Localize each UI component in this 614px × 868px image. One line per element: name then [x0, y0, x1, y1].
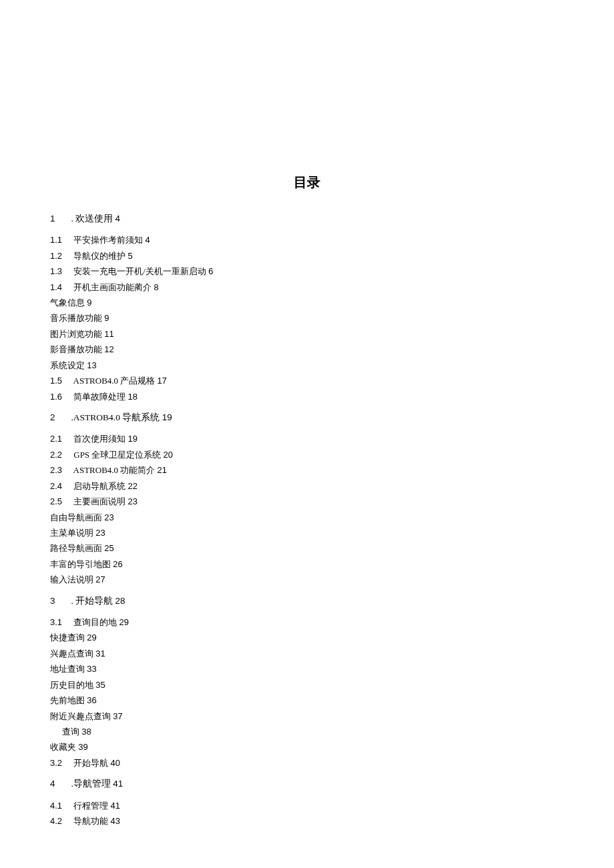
toc-entry-text: 查询目的地	[73, 617, 117, 627]
toc-entry: 1.4 开机主画面功能蔺介 8	[50, 280, 564, 294]
toc-entry-text: 附近兴趣点查询	[50, 711, 111, 721]
toc-entry-number: 1.1	[50, 233, 71, 247]
toc-entry-text: 简单故障处理	[73, 392, 125, 402]
toc-entry: 收藏夹 39	[50, 740, 564, 754]
toc-entry-number: 4.2	[50, 814, 71, 828]
toc-entry-separator: .	[69, 596, 75, 606]
toc-entry: 4 .导航管理 41	[50, 777, 564, 791]
toc-entry-text: 开机主画面功能蔺介	[73, 282, 151, 292]
toc-entry-text: 丰富的导引地图	[50, 559, 111, 569]
toc-entry-text: 音乐播放功能	[50, 313, 102, 323]
toc-entry-page: 26	[113, 559, 122, 569]
toc-entry: 1.1 平安操作考前须知 4	[50, 233, 564, 247]
toc-entry-page: 40	[111, 758, 120, 768]
toc-entry: 2.4 启动导航系统 22	[50, 479, 564, 493]
toc-entry-text: 开始导航	[75, 596, 113, 606]
toc-entry-page: 11	[104, 329, 113, 339]
toc-entry-text: 路径导航画面	[50, 543, 102, 553]
toc-entry: 音乐播放功能 9	[50, 311, 564, 325]
toc-entry-page: 25	[104, 543, 113, 553]
toc-entry-page: 19	[128, 434, 137, 444]
toc-entry: 图片浏览功能 11	[50, 327, 564, 341]
toc-entry-page: 4	[145, 235, 150, 245]
toc-entry: 1.2 导航仪的维护 5	[50, 249, 564, 263]
toc-entry: 影音播放功能 12	[50, 342, 564, 356]
toc-entry-page: 17	[158, 376, 167, 386]
toc-entry-text: 查询	[62, 727, 79, 737]
toc-entry: 自由导航画面 23	[50, 510, 564, 524]
toc-entry-page: 31	[95, 648, 105, 659]
toc-entry-number: 4	[50, 777, 69, 791]
toc-list: 1 . 欢送使用 41.1 平安操作考前须知 41.2 导航仪的维护 51.3 …	[50, 211, 564, 829]
toc-entry-text: 兴趣点查询	[50, 648, 93, 659]
toc-entry-separator: .	[69, 779, 73, 789]
toc-entry-page: 13	[87, 360, 96, 370]
toc-entry-page: 18	[128, 392, 137, 402]
toc-entry-number: 2	[50, 410, 69, 425]
toc-entry-text: 开始导航	[73, 758, 108, 768]
toc-entry-page: 12	[104, 344, 113, 354]
toc-entry-page: 29	[87, 632, 96, 642]
toc-entry: 气象信息 9	[50, 296, 564, 310]
toc-entry-text: 系统设定	[50, 360, 85, 370]
toc-entry: 查询 38	[50, 725, 564, 739]
toc-entry-text: 地址查询	[50, 664, 85, 674]
toc-entry-text: 欢送使用	[75, 213, 113, 224]
toc-entry: 3 . 开始导航 28	[50, 594, 564, 608]
toc-entry: 地址查询 33	[50, 662, 564, 676]
toc-entry-text: 导航管理	[73, 779, 111, 789]
toc-entry: 1.3 安装一充电一开机/关机一重新启动 6	[50, 264, 564, 278]
toc-title: 目录	[50, 173, 564, 191]
toc-entry: 2.5 主要画面说明 23	[50, 494, 564, 508]
toc-entry-number: 2.5	[50, 494, 71, 508]
toc-entry: 输入法说明 27	[50, 572, 564, 586]
toc-entry-text: ASTROB4.0 导航系统	[73, 412, 160, 422]
toc-entry-page: 27	[95, 574, 105, 584]
toc-entry-page: 23	[104, 512, 113, 522]
toc-entry: 2.1 首次使用须知 19	[50, 432, 564, 446]
toc-entry-text: 行程管理	[73, 801, 108, 811]
toc-entry-number: 2.2	[50, 448, 71, 462]
toc-entry: 快捷查询 29	[50, 630, 564, 644]
toc-entry: 4.2 导航功能 43	[50, 814, 564, 828]
toc-entry-page: 28	[115, 596, 125, 606]
toc-entry-text: 启动导航系统	[73, 481, 125, 491]
toc-entry-number: 3	[50, 594, 69, 608]
toc-entry-text: 自由导航画面	[50, 512, 102, 522]
toc-entry-page: 41	[111, 801, 120, 811]
toc-entry: 丰富的导引地图 26	[50, 557, 564, 571]
toc-entry: 路径导航画面 25	[50, 541, 564, 555]
toc-entry-text: 先前地图	[50, 695, 85, 705]
toc-entry-page: 29	[119, 617, 129, 627]
toc-entry: 兴趣点查询 31	[50, 646, 564, 661]
toc-entry-separator: .	[69, 412, 73, 422]
toc-entry-text: 导航功能	[73, 816, 108, 826]
toc-entry: 历史目的地 35	[50, 678, 564, 692]
toc-entry-text: GPS 全球卫星定位系统	[73, 450, 161, 460]
toc-entry-text: 图片浏览功能	[50, 329, 102, 339]
toc-entry-text: 快捷查询	[50, 632, 85, 642]
toc-entry-text: 主菜单说明	[50, 528, 93, 538]
toc-entry-number: 1.5	[50, 374, 71, 388]
toc-entry-page: 22	[128, 481, 137, 491]
toc-entry-page: 33	[87, 664, 96, 674]
toc-entry-text: 导航仪的维护	[73, 251, 125, 261]
toc-entry-number: 1.3	[50, 264, 71, 278]
toc-entry-text: 首次使用须知	[73, 434, 125, 444]
toc-entry-page: 19	[162, 412, 172, 422]
toc-entry-number: 2.1	[50, 432, 71, 446]
toc-entry-number: 1	[50, 211, 69, 226]
toc-entry-page: 43	[111, 816, 120, 826]
toc-entry: 2 .ASTROB4.0 导航系统 19	[50, 410, 564, 425]
toc-entry-number: 3.1	[50, 615, 71, 629]
toc-entry-text: 输入法说明	[50, 574, 93, 584]
toc-entry-number: 2.3	[50, 463, 71, 477]
toc-entry-page: 39	[78, 742, 87, 752]
toc-entry-text: ASTROB4.0 产品规格	[73, 376, 156, 386]
toc-entry: 2.3 ASTROB4.0 功能简介 21	[50, 463, 564, 477]
toc-entry-number: 1.6	[50, 390, 71, 404]
toc-entry-page: 20	[164, 450, 173, 460]
toc-entry-page: 9	[104, 313, 109, 323]
toc-entry-page: 8	[154, 282, 159, 292]
toc-entry: 1.5 ASTROB4.0 产品规格 17	[50, 374, 564, 388]
